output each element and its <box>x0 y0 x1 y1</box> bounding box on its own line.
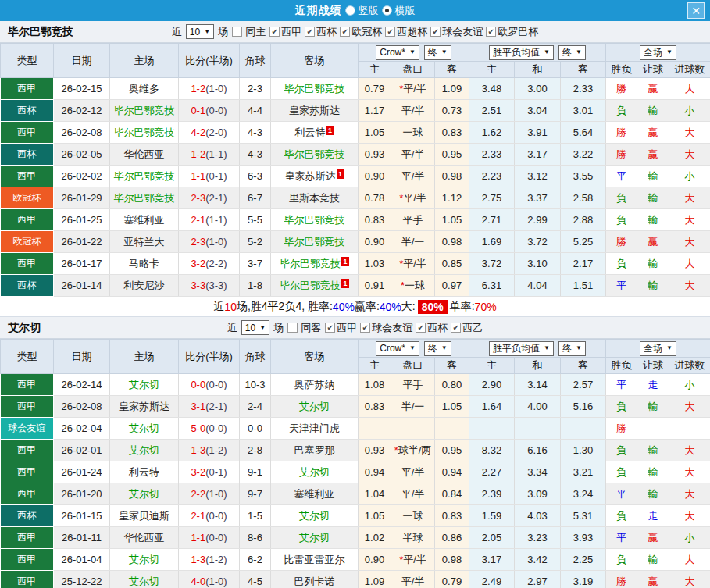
away-team-label: 巴列卡诺 <box>294 576 335 587</box>
fulltime-score: 1-3 <box>191 554 205 565</box>
checkbox-icon[interactable] <box>325 323 335 333</box>
avg-win: 2.49 <box>469 571 515 588</box>
checkbox-icon[interactable] <box>232 27 242 37</box>
league-filter[interactable]: 球会友谊 <box>430 25 483 39</box>
away-team: 奥萨苏纳 <box>271 374 359 396</box>
away-team-label: 皇家苏斯达 <box>285 170 336 182</box>
result: 平 <box>606 166 637 187</box>
league-filter[interactable]: 球会友谊 <box>360 321 412 335</box>
halftime-score: (0-0) <box>205 422 227 434</box>
score: 0-0(0-0) <box>179 374 240 396</box>
halftime-score: (2-2) <box>205 258 227 269</box>
handicap-result: 赢 <box>637 78 669 100</box>
avg-lose: 2.88 <box>561 209 606 231</box>
same-venue-filter[interactable]: 同客 <box>287 321 321 335</box>
avg-draw: 3.34 <box>515 461 561 483</box>
away-team-label: 毕尔巴鄂竞技 <box>284 236 345 248</box>
avg-lose: 5.64 <box>561 122 606 144</box>
odds-home: 1.05 <box>359 122 391 144</box>
corner-score: 4-5 <box>240 571 271 588</box>
league-filter-label: 西乙 <box>462 321 483 335</box>
odds-away: 0.98 <box>435 231 469 253</box>
result: 負 <box>606 505 637 527</box>
match-row: 西甲26-02-08毕尔巴鄂竞技4-2(2-0)4-3利云特11.05一球0.8… <box>1 122 710 144</box>
bookmaker-select[interactable]: Crow*▼ <box>376 341 419 356</box>
handicap-result: 輸 <box>637 440 669 461</box>
league-filter[interactable]: 西超杯 <box>385 25 427 39</box>
match-date: 26-02-01 <box>54 440 110 461</box>
result: 平 <box>606 374 637 396</box>
checkbox-icon[interactable] <box>451 323 461 333</box>
handicap: 半球 <box>391 527 435 549</box>
home-team-label: 华伦西亚 <box>124 148 165 160</box>
away-team-label: 塞维利亚 <box>294 488 335 500</box>
avg-time-select[interactable]: 终▼ <box>558 341 586 356</box>
red-card-badge: 1 <box>341 279 349 288</box>
chevron-down-icon: ▼ <box>441 345 448 351</box>
league-filter[interactable]: 西甲 <box>269 25 301 39</box>
recent-count-select[interactable]: 10▼ <box>241 320 269 335</box>
league-filter[interactable]: 欧冠杯 <box>340 25 382 39</box>
checkbox-icon[interactable] <box>416 323 426 333</box>
handicap-result <box>637 418 669 440</box>
avg-draw <box>515 418 561 440</box>
league-filter[interactable]: 西乙 <box>451 321 483 335</box>
odds-time-select[interactable]: 终▼ <box>424 341 451 356</box>
avg-time-select[interactable]: 终▼ <box>558 45 586 60</box>
result: 勝 <box>606 418 637 440</box>
col-date: 日期 <box>54 340 110 374</box>
away-team-label: 巴塞罗那 <box>294 444 335 456</box>
avg-lose: 1.30 <box>561 440 606 461</box>
home-team-label: 皇家贝迪斯 <box>119 510 169 522</box>
recent-count-select[interactable]: 10▼ <box>186 24 214 39</box>
match-row: 西杯26-02-12毕尔巴鄂竞技0-1(0-0)4-4皇家苏斯达1.17平/半0… <box>1 100 710 122</box>
league-filter[interactable]: 西杯 <box>305 25 337 39</box>
avg-odds-select[interactable]: 胜平负均值▼ <box>489 341 554 356</box>
chevron-down-icon: ▼ <box>576 49 582 55</box>
league-filter[interactable]: 西甲 <box>325 321 357 335</box>
summary-segment: 大: <box>401 300 416 314</box>
scope-select[interactable]: 全场▼ <box>640 45 676 60</box>
match-date: 26-02-04 <box>54 418 110 440</box>
checkbox-icon[interactable] <box>269 27 280 37</box>
away-team-label: 毕尔巴鄂竞技 <box>280 258 341 269</box>
odds-away: 0.94 <box>435 461 469 483</box>
match-row: 西甲26-01-04艾尔切1-3(1-2)6-2比雷亚雷亚尔0.90*平/半0.… <box>1 549 710 571</box>
checkbox-icon[interactable] <box>305 27 315 37</box>
league-filter[interactable]: 西杯 <box>416 321 448 335</box>
radio-horizontal[interactable] <box>382 5 392 16</box>
chevron-down-icon: ▼ <box>666 49 673 55</box>
away-team: 毕尔巴鄂竞技 <box>271 144 359 166</box>
close-button[interactable]: ✕ <box>687 2 705 19</box>
same-venue-filter[interactable]: 同主 <box>232 25 266 39</box>
handicap-result: 輸 <box>637 275 669 297</box>
radio-vertical[interactable] <box>345 5 355 16</box>
col-goals-result: 进球数 <box>669 62 710 78</box>
halftime-score: (0-0) <box>205 532 227 543</box>
scope-select[interactable]: 全场▼ <box>640 341 676 356</box>
league-filter[interactable]: 欧罗巴杯 <box>486 25 538 39</box>
score: 4-0(1-0) <box>179 571 240 588</box>
col-away: 客场 <box>271 44 359 78</box>
odds-time-select[interactable]: 终▼ <box>424 45 451 60</box>
corner-score: 4-3 <box>240 144 271 166</box>
handicap: *平/半 <box>391 78 435 100</box>
checkbox-icon[interactable] <box>340 27 350 37</box>
match-date: 26-02-05 <box>54 144 110 166</box>
match-row: 西杯26-01-14利安尼沙3-3(3-3)1-8毕尔巴鄂竞技10.91*一球0… <box>1 275 710 297</box>
checkbox-icon[interactable] <box>360 323 370 333</box>
result: 負 <box>606 440 637 461</box>
checkbox-icon[interactable] <box>287 323 298 333</box>
avg-odds-select[interactable]: 胜平负均值▼ <box>489 45 554 60</box>
home-team-label: 毕尔巴鄂竞技 <box>114 105 175 116</box>
checkbox-icon[interactable] <box>430 27 441 37</box>
avg-win: 2.51 <box>469 100 515 122</box>
goals-result: 小 <box>669 527 710 549</box>
match-type: 西甲 <box>1 374 54 396</box>
match-row: 西甲26-01-17马略卡3-2(2-2)3-7毕尔巴鄂竞技11.03*平/半0… <box>1 253 710 275</box>
checkbox-icon[interactable] <box>385 27 395 37</box>
result: 負 <box>606 209 637 231</box>
checkbox-icon[interactable] <box>486 27 496 37</box>
bookmaker-select[interactable]: Crow*▼ <box>376 45 419 60</box>
col-type: 类型 <box>1 340 54 374</box>
